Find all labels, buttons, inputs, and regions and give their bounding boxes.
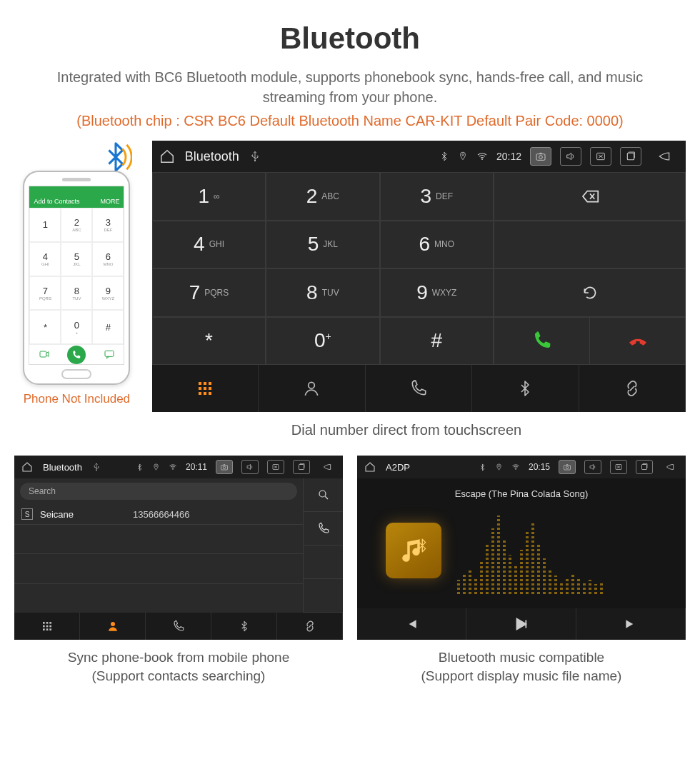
recent-apps-icon[interactable] xyxy=(636,460,653,474)
visualizer xyxy=(457,514,671,594)
song-title: Escape (The Pina Colada Song) xyxy=(455,488,588,499)
page-subtitle: Integrated with BC6 Bluetooth module, su… xyxy=(36,67,664,107)
volume-icon[interactable] xyxy=(241,460,259,474)
phone-key: 5JKL xyxy=(61,242,92,276)
wifi-icon xyxy=(169,463,177,471)
tab-contacts[interactable] xyxy=(80,613,146,640)
dial-key-3[interactable]: 3DEF xyxy=(380,172,494,221)
location-icon xyxy=(458,151,468,161)
next-button[interactable] xyxy=(576,608,686,640)
bluetooth-icon xyxy=(479,463,486,471)
close-app-icon[interactable] xyxy=(610,460,627,474)
contact-row[interactable]: S Seicane 13566664466 xyxy=(14,504,303,525)
dial-key-0[interactable]: 0+ xyxy=(266,317,379,366)
dial-key-1[interactable]: 1∞ xyxy=(152,172,266,221)
status-title: Bluetooth xyxy=(185,149,239,164)
dial-key-6[interactable]: 6MNO xyxy=(380,221,494,269)
phone-key: 2ABC xyxy=(61,208,92,242)
bluetooth-icon xyxy=(439,151,449,161)
back-icon[interactable] xyxy=(650,149,679,164)
tab-recent-calls[interactable] xyxy=(146,613,211,640)
dial-key-9[interactable]: 9WXYZ xyxy=(380,268,494,317)
tab-bluetooth[interactable] xyxy=(472,365,579,412)
wifi-icon xyxy=(476,151,488,162)
phone-key: 0+ xyxy=(61,310,92,344)
tab-dialpad[interactable] xyxy=(152,365,259,412)
back-icon[interactable] xyxy=(319,462,336,472)
tab-recent-calls[interactable] xyxy=(366,365,472,412)
phone-addbar-left: Add to Contacts xyxy=(34,198,79,205)
hangup-button[interactable] xyxy=(589,318,685,365)
dial-icon xyxy=(67,346,86,364)
empty-cell xyxy=(303,546,343,579)
location-icon xyxy=(152,463,160,471)
videocall-icon xyxy=(39,348,50,361)
close-app-icon[interactable] xyxy=(590,147,611,166)
play-pause-button[interactable] xyxy=(466,608,576,640)
empty-row xyxy=(14,554,303,583)
status-bar: Bluetooth 20:11 xyxy=(14,456,343,478)
phone-key: 6MNO xyxy=(92,242,124,276)
empty-row xyxy=(14,584,303,613)
volume-icon[interactable] xyxy=(584,460,601,474)
bluetooth-icon xyxy=(136,463,144,471)
status-time: 20:11 xyxy=(186,462,207,472)
search-input[interactable]: Search xyxy=(20,483,297,500)
a2dp-screenshot: A2DP 20:15 Escape (The xyxy=(357,456,686,640)
phone-key: 7PQRS xyxy=(29,276,61,311)
dial-screenshot: Bluetooth 20:12 1∞2ABC3DEF4GHI5JKL6MNO7P… xyxy=(152,141,686,412)
recent-apps-icon[interactable] xyxy=(293,460,310,474)
spec-line: (Bluetooth chip : CSR BC6 Default Blueto… xyxy=(14,113,686,129)
tab-dialpad[interactable] xyxy=(14,613,80,640)
dial-key-4[interactable]: 4GHI xyxy=(152,221,266,269)
status-title: A2DP xyxy=(386,462,410,473)
usb-icon xyxy=(92,463,101,471)
screenshot-icon[interactable] xyxy=(559,460,576,474)
redial-button[interactable] xyxy=(494,269,685,316)
phone-addbar-right: MORE xyxy=(100,198,119,205)
prev-button[interactable] xyxy=(357,608,466,640)
home-icon[interactable] xyxy=(159,149,175,164)
message-icon xyxy=(104,348,115,361)
home-icon[interactable] xyxy=(364,461,376,473)
phone-illustration: Add to Contacts MORE 12ABC3DEF4GHI5JKL6M… xyxy=(14,141,139,406)
screenshot-icon[interactable] xyxy=(216,460,233,474)
back-icon[interactable] xyxy=(661,462,679,472)
album-art-icon xyxy=(386,523,441,578)
a2dp-caption: Bluetooth music compatible (Support disp… xyxy=(357,648,686,685)
tab-bluetooth[interactable] xyxy=(211,613,277,640)
contact-number: 13566664466 xyxy=(133,509,190,520)
dial-key-8[interactable]: 8TUV xyxy=(266,268,379,317)
tab-pair[interactable] xyxy=(277,613,343,640)
tab-pair[interactable] xyxy=(579,365,686,412)
close-app-icon[interactable] xyxy=(267,460,284,474)
wifi-icon xyxy=(511,463,520,471)
search-button[interactable] xyxy=(303,478,343,512)
recent-apps-icon[interactable] xyxy=(620,147,641,166)
call-button[interactable] xyxy=(303,512,343,546)
dial-key-2[interactable]: 2ABC xyxy=(266,172,379,221)
dial-caption: Dial number direct from touchscreen xyxy=(139,422,674,438)
dial-key-7[interactable]: 7PQRS xyxy=(152,268,266,317)
dial-key-5[interactable]: 5JKL xyxy=(266,221,379,269)
phonebook-caption: Sync phone-book from mobile phone (Suppo… xyxy=(14,648,343,685)
call-button[interactable] xyxy=(494,318,589,365)
location-icon xyxy=(495,463,503,471)
empty-cell xyxy=(303,579,343,613)
phonebook-screenshot: Bluetooth 20:11 xyxy=(14,456,343,640)
status-title: Bluetooth xyxy=(43,462,82,473)
volume-icon[interactable] xyxy=(560,147,581,166)
phone-caption: Phone Not Included xyxy=(24,392,130,406)
backspace-button[interactable] xyxy=(494,173,685,220)
status-time: 20:12 xyxy=(496,151,521,162)
screenshot-icon[interactable] xyxy=(530,147,551,166)
dial-key-#[interactable]: # xyxy=(380,317,494,366)
status-bar: Bluetooth 20:12 xyxy=(152,141,686,172)
home-icon[interactable] xyxy=(21,461,33,473)
phone-key: # xyxy=(92,310,124,344)
usb-icon xyxy=(249,151,261,162)
empty-row xyxy=(14,525,303,554)
phone-key: 8TUV xyxy=(61,276,92,311)
dial-key-*[interactable]: * xyxy=(152,317,266,366)
tab-contacts[interactable] xyxy=(259,365,365,412)
